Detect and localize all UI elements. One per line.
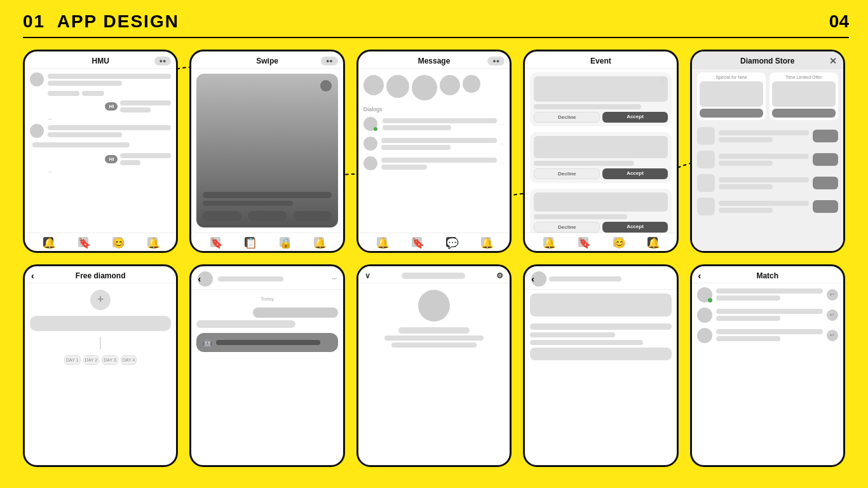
diamond-buy-btn[interactable]: [813, 153, 838, 166]
skel: [719, 137, 773, 142]
event-card-3: Decline Accept: [530, 189, 671, 233]
footer-icon-smile: 😊: [112, 237, 123, 247]
avatar-wrapper: [697, 287, 712, 302]
back-arrow-icon[interactable]: ‹: [698, 271, 702, 281]
diamond-list-3: [697, 174, 838, 192]
screen-profile3: ‹: [523, 264, 678, 468]
more-options-icon[interactable]: ···: [332, 276, 337, 282]
diamond-thumb: [697, 174, 715, 192]
reply-icon[interactable]: ↩: [827, 309, 838, 321]
footer-icon-4: 🔔: [314, 237, 324, 247]
match-body: ↩ ↩ ↩: [692, 283, 843, 466]
skel: [716, 316, 780, 321]
online-dot: [708, 298, 712, 302]
back-arrow-icon[interactable]: ‹: [31, 271, 34, 281]
match-lines: [716, 309, 823, 321]
section-number: 01: [23, 11, 45, 31]
profile-info: [363, 327, 505, 348]
swipe-card-bottom: [203, 192, 331, 221]
event-header: Event: [525, 51, 676, 69]
reply-icon[interactable]: ↩: [827, 330, 838, 341]
msg-lines: [383, 118, 497, 130]
screen-chat: ‹ ··· Today 🤖: [189, 264, 344, 468]
avatar: [463, 75, 480, 93]
skel: [248, 211, 287, 221]
more-icon-2: ···: [48, 169, 171, 175]
hmu-right-msg: HI: [30, 100, 171, 112]
right-msg-lines: [120, 100, 171, 112]
message-header-btn[interactable]: ●●: [487, 57, 505, 65]
swipe-action-btns: [203, 211, 331, 221]
skel: [716, 288, 823, 294]
swipe-header-btn[interactable]: ●●: [321, 57, 338, 65]
diamond-featured-cards: Special for New Time Limited Offer: [697, 72, 838, 120]
decline-button-2[interactable]: Decline: [534, 168, 600, 179]
plus-icon[interactable]: +: [90, 290, 111, 310]
diamond-thumb: [697, 127, 715, 145]
page-number: 04: [829, 11, 849, 32]
diamond-thumb: [697, 151, 715, 168]
diamond-title: Diamond Store: [740, 57, 794, 65]
more-dots: ···: [501, 121, 505, 127]
skel: [383, 118, 497, 123]
skel: [120, 160, 140, 165]
diamond-card-btn[interactable]: [700, 109, 763, 118]
swipe-body: [191, 69, 342, 233]
skel: [398, 327, 469, 334]
close-icon[interactable]: ✕: [829, 56, 837, 66]
gear-icon[interactable]: ⚙: [496, 271, 503, 280]
swipe-footer: 🔖 📋 🔒 🔔: [191, 233, 342, 251]
chat-header: ‹ ···: [191, 266, 342, 290]
day-4: DAY 4: [121, 355, 137, 365]
diamond-card-btn-2[interactable]: [772, 109, 836, 118]
skel: [253, 308, 337, 318]
event-card-1: ♡ Decline Accept: [530, 72, 671, 126]
diamond-buy-btn[interactable]: [813, 177, 838, 189]
screen-hmu: HMU ●● HI: [23, 50, 178, 253]
event-card-2: Decline Accept: [530, 132, 671, 183]
reply-icon[interactable]: ↩: [827, 289, 838, 301]
diamond-body: Special for New Time Limited Offer: [692, 69, 843, 251]
special-new-label: Special for New: [700, 75, 763, 79]
back-arrow-icon[interactable]: ‹: [198, 274, 201, 284]
back-arrow-icon[interactable]: ‹: [531, 274, 534, 284]
section-title: 01 APP DESIGN: [23, 11, 179, 32]
footer-icon-3: 💬: [446, 237, 456, 247]
accept-button-1[interactable]: Accept: [602, 112, 667, 123]
skel: [549, 276, 621, 281]
msg-lines: [381, 138, 497, 150]
avatar: [412, 75, 437, 100]
speaker-row: [32, 142, 171, 147]
diamond-lines: [719, 154, 809, 166]
decline-button-1[interactable]: Decline: [534, 112, 600, 123]
message-header: Message ●●: [358, 51, 510, 69]
diamond-thumb: [697, 198, 715, 215]
message-title: Message: [418, 57, 451, 65]
input-field[interactable]: [100, 337, 101, 349]
match-row-2: ↩: [697, 308, 838, 323]
profile2-title-area: [370, 273, 496, 279]
skel: [534, 161, 634, 166]
match-title: Match: [756, 271, 778, 280]
diamond-list-1: [697, 127, 838, 145]
profile3-items: [530, 323, 671, 360]
chevron-down-icon[interactable]: ∨: [365, 271, 370, 280]
diamond-buy-btn[interactable]: [813, 200, 838, 213]
hmu-header-btn[interactable]: ●●: [154, 57, 172, 65]
skel: [719, 154, 809, 159]
match-lines: [716, 288, 823, 301]
accept-button-2[interactable]: Accept: [602, 168, 667, 179]
diamond-lines: [719, 177, 809, 189]
hmu-title: HMU: [92, 57, 109, 65]
profile3-title: [549, 276, 670, 281]
swipe-card[interactable]: [196, 74, 337, 227]
skel: [719, 130, 809, 135]
diamond-list-4: [697, 198, 838, 215]
hmu-msg-2: [30, 124, 171, 138]
accept-button-3[interactable]: Accept: [602, 222, 667, 233]
decline-button-3[interactable]: Decline: [534, 222, 600, 233]
diamond-buy-btn[interactable]: [813, 130, 838, 142]
profile-action-btn[interactable]: [530, 348, 671, 360]
message-avatars: [363, 72, 505, 103]
skel: [203, 201, 293, 206]
